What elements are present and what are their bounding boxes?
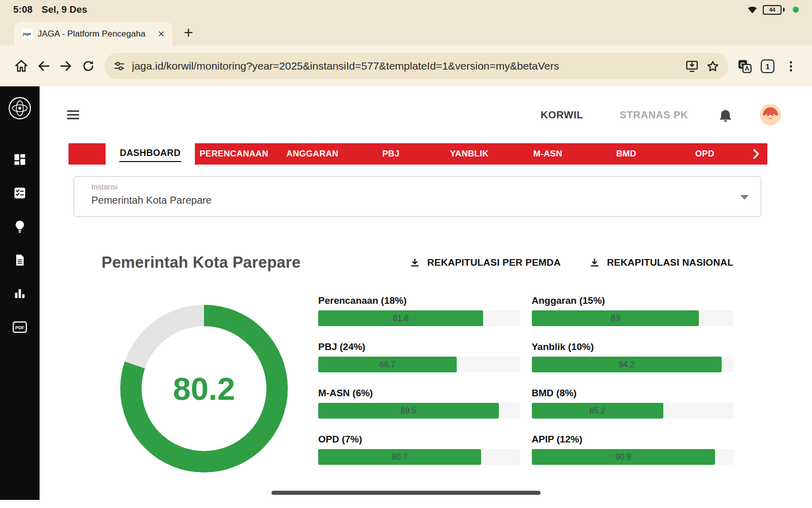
jaga-favicon: jaga: [21, 28, 32, 40]
score-bar-m-asn: M-ASN (6%) 89.5: [318, 388, 520, 419]
svg-text:A: A: [745, 65, 749, 72]
rekap-per-pemda-button[interactable]: REKAPITULASI PER PEMDA: [410, 257, 561, 268]
score-bar-fill: 83: [532, 310, 699, 326]
score-bar-fill: 80.7: [318, 449, 481, 465]
title-row: Pemerintah Kota Parepare REKAPITULASI PE…: [101, 253, 733, 272]
new-tab-button[interactable]: +: [184, 24, 193, 41]
score-bar-opd: OPD (7%) 80.7: [318, 434, 520, 465]
browser-tab[interactable]: jaga JAGA - Platform Pencegaha ×: [14, 22, 173, 46]
instansi-select[interactable]: Instansi Pemerintah Kota Parepare: [74, 176, 761, 217]
score-bar-value: 81.8: [393, 314, 409, 323]
score-bar-label: Yanblik (10%): [532, 341, 734, 353]
score-bar-label: Anggaran (15%): [532, 295, 734, 306]
rekap-nasional-label: REKAPITULASI NASIONAL: [607, 257, 733, 268]
score-bar-track: 81.8: [318, 310, 520, 326]
nav-scroll-right-button[interactable]: [744, 143, 767, 165]
sidebar-item-documents[interactable]: [9, 249, 31, 271]
install-app-icon[interactable]: [685, 59, 699, 74]
score-bar-fill: 89.5: [318, 403, 499, 419]
score-bar-perencanaan: Perencanaan (18%) 81.8: [318, 295, 520, 326]
translate-icon[interactable]: GA: [733, 55, 756, 77]
download-buttons: REKAPITULASI PER PEMDA REKAPITULASI NASI…: [410, 257, 733, 268]
score-bar-track: 65.2: [532, 403, 734, 419]
tab-yanblik[interactable]: YANBLIK: [430, 143, 509, 165]
nav-red-stub: [69, 143, 106, 165]
score-bar-value: 83: [611, 314, 620, 323]
score-bar-pbj: PBJ (24%) 68.7: [318, 341, 520, 372]
tab-bmd[interactable]: BMD: [587, 143, 666, 165]
tab-perencanaan[interactable]: PERENCANAAN: [195, 143, 274, 165]
svg-text:PDF: PDF: [15, 325, 25, 330]
kebab-menu-icon[interactable]: [780, 55, 802, 77]
instansi-label: Instansi: [91, 182, 730, 191]
sidebar-item-ideas[interactable]: [9, 215, 31, 238]
score-bar-fill: 68.7: [318, 357, 457, 372]
tab-close-icon[interactable]: ×: [157, 28, 165, 40]
tab-dashboard[interactable]: DASHBOARD: [106, 143, 195, 165]
tab-title: JAGA - Platform Pencegaha: [38, 29, 152, 39]
back-button[interactable]: [32, 55, 55, 77]
kpk-logo[interactable]: [8, 97, 31, 122]
score-bar-value: 65.2: [590, 406, 605, 416]
score-bar-fill: 90.9: [532, 449, 715, 465]
score-bar-bmd: BMD (8%) 65.2: [532, 388, 734, 419]
chevron-down-icon: [740, 195, 749, 200]
score-bar-value: 90.9: [616, 453, 631, 462]
score-bar-track: 68.7: [318, 357, 520, 372]
tab-anggaran[interactable]: ANGGARAN: [273, 143, 352, 165]
page-body: PDF KORWIL STRANAS PK: [0, 86, 812, 508]
score-bar-apip: APIP (12%) 90.9: [532, 434, 734, 465]
score-bar-track: 90.9: [532, 449, 734, 465]
score-bar-value: 80.7: [392, 453, 408, 462]
tab-opd[interactable]: OPD: [665, 143, 744, 165]
gesture-bar[interactable]: [272, 491, 540, 495]
nav-korwil[interactable]: KORWIL: [540, 109, 583, 121]
forward-button[interactable]: [55, 55, 77, 77]
score-bar-fill: 94.2: [532, 357, 722, 372]
download-icon: [589, 258, 600, 268]
score-bar-track: 80.7: [318, 449, 520, 465]
status-date: Sel, 9 Des: [42, 4, 87, 15]
nav-stranas-pk[interactable]: STRANAS PK: [620, 109, 688, 121]
score-bar-value: 89.5: [400, 406, 416, 416]
download-icon: [410, 258, 420, 268]
page-info-icon[interactable]: [113, 59, 126, 73]
score-bar-label: BMD (8%): [532, 388, 734, 399]
score-bar-track: 89.5: [318, 403, 520, 419]
tab-m-asn[interactable]: M-ASN: [509, 143, 587, 165]
bookmark-star-icon[interactable]: [705, 59, 720, 74]
browser-tab-strip: jaga JAGA - Platform Pencegaha × +: [0, 19, 812, 46]
dashboard-main: Pemerintah Kota Parepare REKAPITULASI PE…: [40, 217, 812, 475]
home-button[interactable]: [10, 55, 32, 77]
dashboard-grid: 80.2 Perencanaan (18%) 81.8: [101, 290, 733, 475]
score-bar-label: PBJ (24%): [318, 341, 520, 353]
module-nav-bar: DASHBOARD PERENCANAAN ANGGARAN PBJ YANBL…: [69, 143, 767, 165]
overall-score-gauge: 80.2: [118, 302, 290, 475]
app-header: KORWIL STRANAS PK: [40, 86, 812, 143]
reload-button[interactable]: [77, 55, 99, 77]
sidebar-item-statistics[interactable]: [9, 282, 31, 305]
hamburger-menu-button[interactable]: [62, 104, 84, 126]
android-status-bar: 5:08 Sel, 9 Des 44: [0, 0, 812, 19]
sidebar-item-dashboard[interactable]: [9, 148, 31, 171]
overall-score-value: 80.2: [118, 302, 290, 475]
battery-nub: [783, 8, 785, 12]
sidebar-item-pdf[interactable]: PDF: [9, 316, 31, 338]
rekap-per-pemda-label: REKAPITULASI PER PEMDA: [427, 257, 561, 268]
score-bar-value: 68.7: [380, 360, 395, 369]
battery-percent: 44: [769, 7, 775, 13]
notifications-bell-icon[interactable]: [718, 107, 733, 123]
status-green-dot: [793, 7, 799, 13]
tab-switcher-button[interactable]: 1: [761, 59, 774, 73]
tab-count: 1: [765, 62, 769, 71]
browser-toolbar: jaga.id/korwil/monitoring?year=2025&inst…: [0, 46, 812, 86]
sidebar-item-checklist[interactable]: [9, 182, 31, 204]
user-avatar[interactable]: [760, 104, 781, 125]
score-bar-anggaran: Anggaran (15%) 83: [532, 295, 734, 326]
score-bars-grid: Perencanaan (18%) 81.8 Anggaran (15%): [318, 295, 733, 475]
instansi-value: Pemerintah Kota Parepare: [91, 195, 730, 206]
rekap-nasional-button[interactable]: REKAPITULASI NASIONAL: [589, 257, 733, 268]
score-bar-fill: 65.2: [532, 403, 663, 419]
address-bar[interactable]: jaga.id/korwil/monitoring?year=2025&inst…: [105, 53, 728, 79]
tab-pbj[interactable]: PBJ: [352, 143, 430, 165]
